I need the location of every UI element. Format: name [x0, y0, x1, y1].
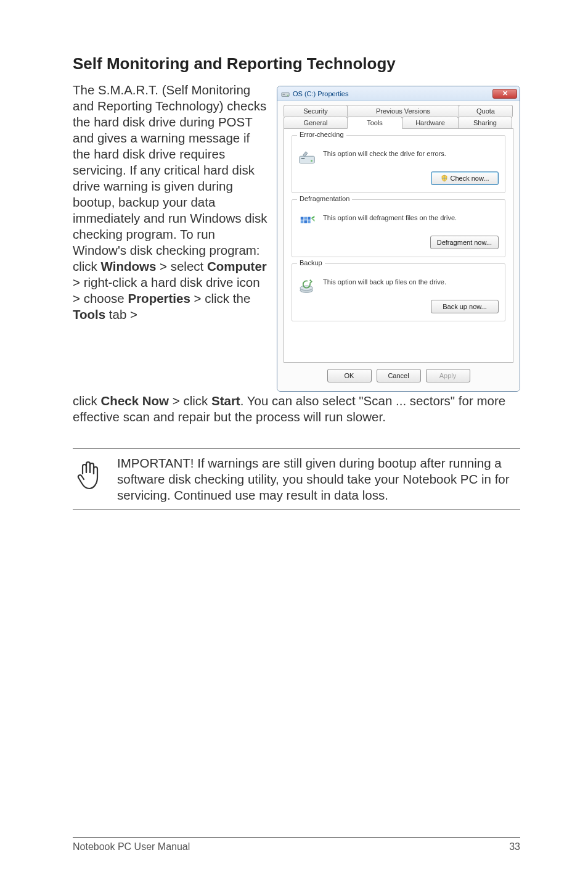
hand-stop-icon [75, 458, 104, 495]
svg-rect-11 [308, 220, 311, 223]
groupbox-error-checking: Error-checking This option will check th… [292, 135, 505, 193]
groupbox-title: Defragmentation [297, 195, 352, 202]
back-up-now-button[interactable]: Back up now... [431, 300, 499, 313]
svg-rect-7 [304, 217, 307, 220]
error-check-icon [298, 149, 317, 165]
body-paragraph-2: click Check Now > click Start. You can a… [73, 393, 520, 425]
tab-sharing[interactable]: Sharing [458, 117, 512, 128]
tab-general[interactable]: General [284, 117, 348, 128]
tab-tools[interactable]: Tools [347, 117, 402, 129]
close-button[interactable]: ✕ [492, 89, 517, 99]
section-heading: Self Monitoring and Reporting Technology [73, 54, 520, 73]
svg-rect-9 [301, 220, 304, 223]
back-up-now-label: Back up now... [443, 303, 487, 310]
svg-rect-3 [300, 156, 314, 163]
check-now-button[interactable]: Check now... [431, 171, 499, 185]
defragment-icon [298, 213, 317, 229]
defragment-now-label: Defragment now... [437, 239, 492, 246]
defragment-text: This option will defragment files on the… [323, 213, 457, 222]
close-icon: ✕ [502, 89, 508, 97]
dialog-title: OS (C:) Properties [293, 90, 348, 97]
footer-left: Notebook PC User Manual [73, 841, 190, 852]
ok-button[interactable]: OK [327, 369, 372, 382]
svg-rect-6 [301, 217, 304, 220]
note-text: IMPORTANT! If warnings are still given d… [117, 455, 520, 503]
apply-button[interactable]: Apply [426, 369, 470, 382]
groupbox-defragmentation: Defragmentation This option will d [292, 199, 505, 257]
shield-icon [441, 175, 448, 182]
body-paragraph-1: The S.M.A.R.T. (Self Monitoring and Repo… [73, 82, 271, 323]
svg-rect-4 [301, 158, 305, 159]
tab-hardware[interactable]: Hardware [402, 117, 459, 128]
groupbox-backup: Backup This option will back up files on… [292, 263, 505, 321]
defragment-now-button[interactable]: Defragment now... [430, 236, 499, 249]
footer-page-number: 33 [509, 841, 520, 852]
backup-text: This option will back up files on the dr… [323, 278, 446, 286]
important-note: IMPORTANT! If warnings are still given d… [73, 448, 520, 510]
svg-rect-1 [283, 94, 285, 94]
svg-point-5 [311, 160, 312, 162]
cancel-button[interactable]: Cancel [377, 369, 421, 382]
groupbox-title: Error-checking [297, 131, 346, 138]
svg-point-2 [287, 94, 288, 96]
dialog-titlebar: OS (C:) Properties ✕ [277, 86, 520, 101]
backup-icon [298, 278, 317, 294]
groupbox-title: Backup [297, 259, 325, 266]
tab-quota[interactable]: Quota [459, 105, 513, 117]
drive-icon [281, 89, 290, 98]
check-now-label: Check now... [451, 175, 489, 182]
tab-security[interactable]: Security [284, 105, 348, 117]
properties-dialog-screenshot: OS (C:) Properties ✕ Security Previous V… [277, 86, 520, 392]
svg-rect-8 [308, 217, 311, 220]
svg-rect-10 [304, 220, 307, 223]
tab-previous-versions[interactable]: Previous Versions [347, 105, 459, 117]
error-check-text: This option will check the drive for err… [323, 149, 446, 158]
